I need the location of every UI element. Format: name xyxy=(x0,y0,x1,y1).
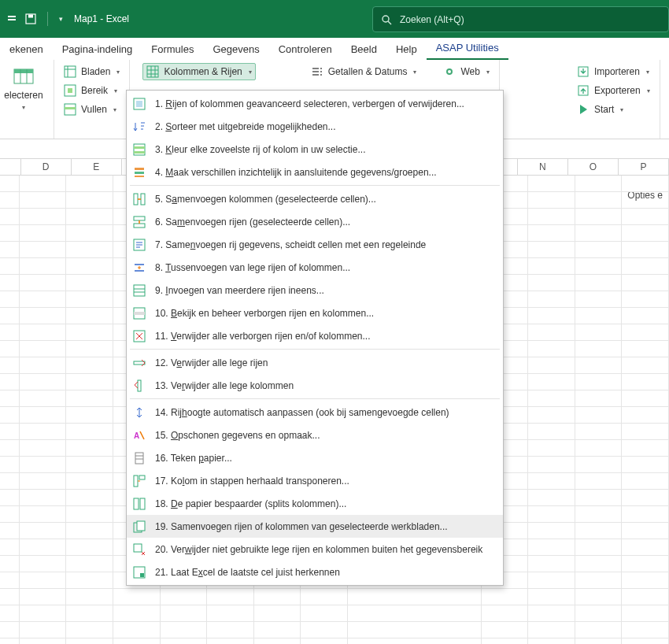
quick-access-toolbar: ▾ xyxy=(6,12,63,26)
menu-item-20[interactable]: 20. Verwijder niet gebruikte lege rijen … xyxy=(127,538,503,561)
grid-row[interactable] xyxy=(0,589,669,605)
tab-asap-utilities[interactable]: ASAP Utilities xyxy=(427,37,508,60)
menu-separator-3 xyxy=(130,398,500,399)
insert-empty-icon xyxy=(133,261,146,274)
tab-tekenen[interactable]: ekenen xyxy=(0,39,53,60)
svg-rect-7 xyxy=(14,69,33,73)
getallen-datums-button[interactable]: Getallen & Datums▾ xyxy=(308,63,420,80)
svg-rect-45 xyxy=(134,224,145,228)
svg-rect-10 xyxy=(65,66,76,77)
importeren-label: Importeren xyxy=(594,66,640,77)
delete-cols-icon xyxy=(133,379,146,392)
importeren-button[interactable]: Importeren▾ xyxy=(574,63,653,80)
grid-row[interactable] xyxy=(0,622,669,638)
qat-customize-chevron[interactable]: ▾ xyxy=(59,15,63,23)
start-button[interactable]: Start▾ xyxy=(574,101,653,118)
menu-item-3[interactable]: 3. Kleur elke zoveelste rij of kolom in … xyxy=(127,138,503,161)
cleanup-icon: A xyxy=(133,429,146,442)
tab-beeld[interactable]: Beeld xyxy=(342,39,386,60)
menu-item-9[interactable]: 9. Invoegen van meerdere rijen ineens... xyxy=(127,279,503,302)
search-box[interactable]: Zoeken (Alt+Q) xyxy=(372,6,669,32)
delete-rows-icon xyxy=(133,357,146,369)
save-icon[interactable] xyxy=(25,13,36,24)
link-icon xyxy=(443,65,456,78)
bereik-button[interactable]: Bereik▾ xyxy=(61,82,123,99)
export-icon xyxy=(577,84,590,97)
col-P[interactable]: P xyxy=(619,159,669,175)
selecteren-button[interactable]: electeren ▾ xyxy=(0,63,47,111)
svg-point-26 xyxy=(320,71,322,72)
svg-rect-54 xyxy=(138,380,141,391)
svg-rect-40 xyxy=(135,172,144,174)
svg-rect-64 xyxy=(137,521,145,531)
grid-row[interactable] xyxy=(0,605,669,622)
select-all-corner[interactable] xyxy=(0,159,21,175)
kolommen-rijen-button[interactable]: Kolommen & Rijen▾ xyxy=(142,63,255,80)
trim-empty-icon xyxy=(133,543,146,556)
ribbon-tabs: ekenen Pagina-indeling Formules Gegevens… xyxy=(0,38,669,60)
asap-utilities-button[interactable]: ASAP Ut xyxy=(667,63,669,80)
svg-rect-59 xyxy=(134,476,138,487)
getallen-label: Getallen & Datums xyxy=(328,66,408,77)
exporteren-button[interactable]: Exporteren▾ xyxy=(574,82,653,99)
web-button[interactable]: Web▾ xyxy=(440,63,492,80)
svg-rect-56 xyxy=(135,453,143,464)
svg-rect-42 xyxy=(134,194,138,205)
sheets-icon xyxy=(64,65,76,78)
range-icon xyxy=(64,84,76,97)
menu-item-4[interactable]: 4. Maak verschillen inzichtelijk in aans… xyxy=(127,161,503,183)
menu-item-6[interactable]: 6. Samenvoegen rijen (geselecteerde cell… xyxy=(127,210,503,233)
svg-rect-1 xyxy=(8,19,16,20)
svg-rect-62 xyxy=(140,498,145,509)
autoexpand-icon[interactable] xyxy=(6,13,17,24)
kolrij-label: Kolommen & Rijen xyxy=(164,66,242,77)
col-N[interactable]: N xyxy=(518,159,568,175)
selecteren-icon xyxy=(13,68,35,87)
select-range-icon xyxy=(133,98,146,110)
svg-point-25 xyxy=(320,68,322,69)
search-placeholder: Zoeken (Alt+Q) xyxy=(400,14,464,25)
zoek-button[interactable]: Zoek en xyxy=(667,82,669,99)
bladen-label: Bladen xyxy=(81,66,110,77)
menu-item-17[interactable]: 17. Kolom in stappen herhaald transponer… xyxy=(127,469,503,492)
ribbon-group-sheets: Bladen▾ Bereik▾ Vullen▾ xyxy=(54,60,130,139)
col-O[interactable]: O xyxy=(568,159,619,175)
menu-item-19[interactable]: 19. Samenvoegen rijen of kolommen van ge… xyxy=(127,515,503,538)
menu-item-14[interactable]: 14. Rijhoogte automatisch aanpassen (ook… xyxy=(127,401,503,424)
vullen-label: Vullen xyxy=(81,104,107,115)
grid-row[interactable] xyxy=(0,638,669,644)
tab-formules[interactable]: Formules xyxy=(142,39,203,60)
start-label: Start xyxy=(594,104,614,115)
menu-separator-2 xyxy=(130,349,500,350)
menu-item-11[interactable]: 11. Verwijder alle verborgen rijen en/of… xyxy=(127,324,503,347)
merge-sheets-icon xyxy=(133,520,146,533)
menu-item-12[interactable]: 12. Verwijder alle lege rijen xyxy=(127,351,503,374)
menu-item-10[interactable]: 10. Bekijk en beheer verborgen rijen en … xyxy=(127,302,503,324)
menu-item-21[interactable]: 21. Laat Excel de laatste cel juist herk… xyxy=(127,561,503,583)
title-bar: ▾ Map1 - Excel Zoeken (Alt+Q) xyxy=(0,0,669,38)
vullen-button[interactable]: Vullen▾ xyxy=(61,101,123,118)
columns-rows-icon xyxy=(146,65,159,78)
svg-rect-67 xyxy=(140,573,144,577)
menu-item-7[interactable]: 7. Samenvoegen rij gegevens, scheidt cel… xyxy=(127,233,503,256)
startlaa-button[interactable]: Start laa xyxy=(667,101,669,118)
menu-item-13[interactable]: 13. Verwijder alle lege kolommen xyxy=(127,374,503,397)
bladen-button[interactable]: Bladen▾ xyxy=(61,63,123,80)
menu-item-15[interactable]: A 15. Opschonen gegevens en opmaak... xyxy=(127,424,503,446)
menu-item-5[interactable]: 5. Samenvoegen kolommen (geselecteerde c… xyxy=(127,187,503,210)
ribbon-group-asap: ASAP Ut Zoek en Start laa xyxy=(660,60,669,139)
draw-paper-icon xyxy=(133,452,146,464)
menu-item-1[interactable]: 1. RRijen of kolommen geavanceerd select… xyxy=(127,92,503,115)
svg-line-5 xyxy=(388,21,391,24)
tab-controleren[interactable]: Controleren xyxy=(269,39,342,60)
menu-item-16[interactable]: 16. Teken papier... xyxy=(127,446,503,469)
tab-help[interactable]: Help xyxy=(386,39,427,60)
tab-pagina-indeling[interactable]: Pagina-indeling xyxy=(53,39,142,60)
menu-item-8[interactable]: 8. Tussenvoegen van lege rijen of kolomm… xyxy=(127,256,503,279)
col-D[interactable]: D xyxy=(21,159,72,175)
tab-gegevens[interactable]: Gegevens xyxy=(203,39,268,60)
menu-item-2[interactable]: 2. Sorteer met uitgebreide mogelijkheden… xyxy=(127,115,503,138)
menu-item-18[interactable]: 18. De papier bespaarder (splits kolomme… xyxy=(127,492,503,515)
col-E[interactable]: E xyxy=(72,159,122,175)
merge-rows-icon xyxy=(133,216,146,228)
